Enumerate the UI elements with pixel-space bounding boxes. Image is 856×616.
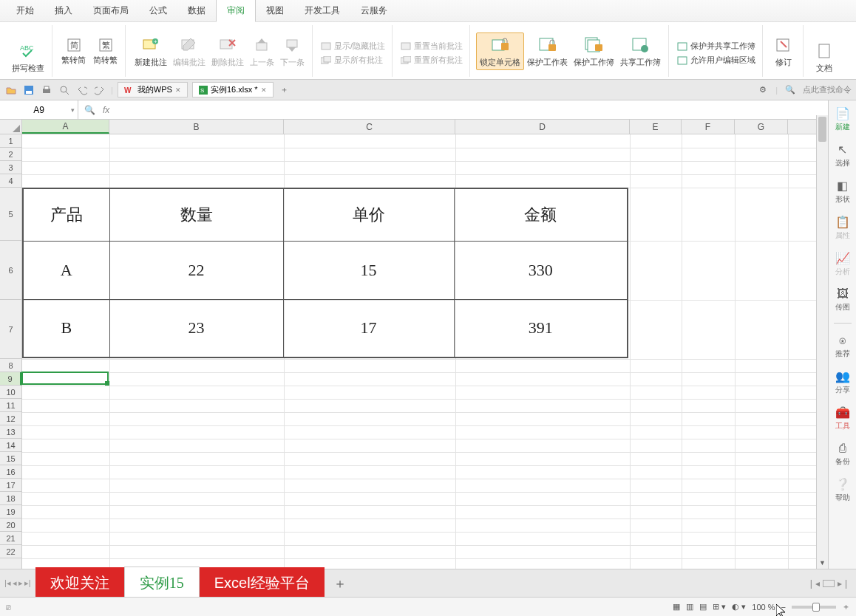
track-changes-button[interactable]: 修订 [769, 33, 798, 69]
data-table[interactable]: 产品数量单价金额A2215330B2317391 [22, 188, 628, 358]
undo-icon[interactable] [75, 83, 89, 97]
side-tool[interactable]: 🧰工具 [835, 405, 850, 431]
cells-area[interactable]: 产品数量单价金额A2215330B2317391 [22, 134, 856, 603]
row-header-15[interactable]: 15 [0, 452, 21, 465]
view-break-icon[interactable]: ▤ [699, 602, 707, 612]
row-header-5[interactable]: 5 [0, 188, 21, 241]
table-cell[interactable]: A [23, 241, 109, 299]
table-header-cell[interactable]: 单价 [283, 188, 454, 241]
print-icon[interactable] [40, 83, 53, 97]
prev-comment-button[interactable]: 上一条 [247, 33, 277, 69]
zoom-in-icon[interactable]: ＋ [842, 601, 850, 612]
row-header-4[interactable]: 4 [0, 174, 21, 188]
freeze-icon[interactable]: ⊞ ▾ [713, 602, 726, 612]
chevron-down-icon[interactable]: ▾ [71, 106, 75, 114]
table-cell[interactable]: 391 [454, 299, 628, 357]
close-icon[interactable]: ✕ [175, 86, 181, 94]
search-icon[interactable]: 🔍 [784, 83, 797, 97]
menu-layout[interactable]: 页面布局 [83, 0, 139, 21]
col-header-D[interactable]: D [455, 120, 630, 134]
menu-insert[interactable]: 插入 [44, 0, 83, 21]
table-header-cell[interactable]: 数量 [109, 188, 283, 241]
add-sheet-icon[interactable]: ＋ [325, 575, 356, 592]
row-header-7[interactable]: 7 [0, 300, 21, 359]
row-header-10[interactable]: 10 [0, 386, 21, 399]
new-comment-button[interactable]: + 新建批注 [132, 33, 170, 69]
protect-book-button[interactable]: 保护工作簿 [571, 33, 617, 69]
col-header-E[interactable]: E [630, 120, 682, 134]
menu-data[interactable]: 数据 [177, 0, 216, 21]
side-select[interactable]: ↖选择 [835, 143, 850, 168]
side-chart[interactable]: 🖼传图 [835, 287, 850, 312]
show-all-comment-button[interactable]: 显示所有批注 [319, 54, 387, 66]
row-header-11[interactable]: 11 [0, 399, 21, 412]
hscroll-prev-icon[interactable]: ◂ [815, 578, 820, 589]
menu-dev[interactable]: 开发工具 [294, 0, 350, 21]
hscroll-first-icon[interactable]: | [810, 578, 812, 589]
open-icon[interactable] [4, 83, 18, 97]
side-prop[interactable]: 📋属性 [835, 215, 850, 241]
zoom-out-icon[interactable]: − [781, 603, 786, 612]
save-icon[interactable] [22, 83, 35, 97]
menu-view[interactable]: 视图 [256, 0, 294, 21]
table-header-cell[interactable]: 金额 [454, 188, 628, 241]
search-fx-icon[interactable]: 🔍 [84, 105, 95, 115]
next-comment-button[interactable]: 下一条 [277, 33, 308, 69]
fx-label[interactable]: fx [103, 105, 109, 115]
side-help[interactable]: ❔帮助 [835, 477, 850, 503]
sheet-first-icon[interactable]: |◂ [4, 578, 11, 588]
sheet-tab-experience[interactable]: Excel经验平台 [200, 567, 325, 599]
hscroll-thumb[interactable] [823, 580, 835, 587]
vertical-scrollbar[interactable]: ▲ ▼ [816, 115, 828, 569]
zoom-slider[interactable] [792, 606, 836, 609]
side-backup[interactable]: ⎙备份 [835, 442, 850, 467]
menu-cloud[interactable]: 云服务 [350, 0, 398, 21]
row-header-20[interactable]: 20 [0, 519, 21, 532]
simp-to-trad-button[interactable]: 繁 简转繁 [90, 35, 120, 67]
view-page-icon[interactable]: ▥ [686, 602, 693, 612]
mywps-tab[interactable]: W 我的WPS ✕ [118, 82, 188, 97]
file-tab[interactable]: S 实例16.xlsx * ✕ [192, 82, 274, 97]
theme-icon[interactable]: ◐ ▾ [732, 602, 746, 612]
row-header-6[interactable]: 6 [0, 241, 21, 300]
doc-button[interactable]: 文档 [809, 39, 839, 75]
view-normal-icon[interactable]: ▦ [673, 602, 680, 612]
row-header-2[interactable]: 2 [0, 148, 21, 161]
table-cell[interactable]: 22 [109, 241, 283, 299]
sheet-last-icon[interactable]: ▸| [24, 578, 31, 588]
preview-icon[interactable] [58, 83, 71, 97]
delete-comment-button[interactable]: 删除批注 [208, 33, 247, 69]
row-header-3[interactable]: 3 [0, 161, 21, 174]
col-header-B[interactable]: B [109, 120, 284, 134]
row-header-21[interactable]: 21 [0, 532, 21, 545]
settings-icon[interactable]: ⚙ [756, 83, 770, 97]
spellcheck-button[interactable]: ABC 拼写检查 [9, 39, 47, 75]
add-tab-icon[interactable]: ＋ [278, 83, 291, 97]
table-cell[interactable]: 17 [283, 299, 454, 357]
row-header-13[interactable]: 13 [0, 425, 21, 439]
allow-edit-button[interactable]: 允许用户编辑区域 [675, 54, 758, 66]
menu-review[interactable]: 审阅 [216, 0, 256, 22]
row-header-18[interactable]: 18 [0, 492, 21, 505]
menu-start[interactable]: 开始 [6, 0, 44, 21]
close-file-icon[interactable]: ✕ [261, 86, 267, 94]
side-new[interactable]: 📄新建 [835, 106, 850, 132]
row-header-8[interactable]: 8 [0, 359, 21, 372]
lock-cell-button[interactable]: 锁定单元格 [476, 32, 524, 70]
col-header-G[interactable]: G [735, 120, 788, 134]
table-cell[interactable]: 330 [454, 241, 628, 299]
hscroll-next-icon[interactable]: ▸ [838, 578, 842, 589]
trad-to-simp-button[interactable]: 简 繁转简 [58, 35, 89, 67]
hscroll-last-icon[interactable]: | [845, 578, 847, 589]
name-box[interactable]: A9 ▾ [0, 100, 78, 119]
table-cell[interactable]: B [23, 299, 109, 357]
reset-all-button[interactable]: 重置所有批注 [398, 54, 465, 66]
edit-comment-button[interactable]: 编辑批注 [170, 33, 208, 69]
reset-current-button[interactable]: 重置当前批注 [398, 40, 465, 52]
scroll-thumb[interactable] [818, 117, 826, 142]
protect-share-button[interactable]: 保护并共享工作簿 [675, 40, 758, 52]
table-header-cell[interactable]: 产品 [23, 188, 109, 241]
redo-icon[interactable] [93, 83, 106, 97]
row-header-16[interactable]: 16 [0, 465, 21, 479]
side-analyze[interactable]: 📈分析 [835, 251, 850, 277]
